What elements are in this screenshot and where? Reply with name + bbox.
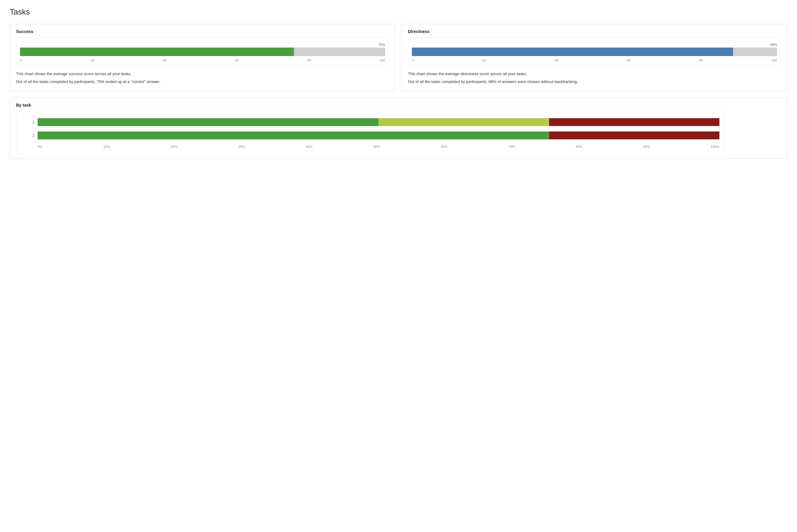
directness-desc2: Out of all the tasks completed by partic… — [408, 79, 781, 85]
directness-bar-remainder — [733, 48, 777, 56]
directness-card-title: Directness — [408, 29, 781, 34]
directness-card: Directness 88% 0 20 40 60 80 100 — [401, 24, 787, 92]
directness-chart-area: 88% 0 20 40 60 80 100 — [408, 38, 781, 66]
segment-indirect-success-1 — [379, 118, 549, 126]
segment-direct-failure-2 — [549, 132, 720, 139]
success-bar-remainder — [294, 48, 385, 56]
success-desc1: This chart shows the average success sco… — [16, 71, 389, 77]
segment-direct-failure-1 — [549, 118, 720, 126]
directness-bar-filled — [412, 48, 733, 56]
bytask-title: By task — [16, 103, 781, 108]
success-card-title: Success — [16, 29, 389, 34]
task-label-1: 1 — [29, 120, 35, 124]
success-bar-container — [20, 48, 385, 56]
directness-bar-container — [412, 48, 777, 56]
success-card: Success 75% 0 20 40 60 80 100 — [10, 24, 396, 92]
bytask-card: By task 1 2 0% — [10, 98, 787, 159]
success-bar-label: 75% — [20, 43, 385, 46]
task-row-2: 2 — [29, 132, 719, 139]
directness-desc1: This chart shows the average directness … — [408, 71, 781, 77]
segment-direct-success-2 — [38, 132, 549, 139]
directness-axis-labels: 0 20 40 60 80 100 — [412, 58, 777, 62]
bytask-wrapper: 1 2 0% 10% 20% 30% — [16, 112, 781, 154]
directness-bar-label: 88% — [412, 43, 777, 46]
success-bar-filled — [20, 48, 294, 56]
stacked-bar-1 — [38, 118, 719, 126]
stacked-bar-2 — [38, 132, 719, 139]
segment-direct-success-1 — [38, 118, 379, 126]
success-desc2: Out of all the tasks completed by partic… — [16, 79, 389, 85]
top-charts-row: Success 75% 0 20 40 60 80 100 — [10, 24, 787, 92]
bytask-inner: 1 2 0% 10% 20% 30% — [16, 112, 723, 154]
bytask-x-axis: 0% 10% 20% 30% 40% 50% 60% 70% 80% 90% 1… — [29, 145, 719, 149]
success-axis-labels: 0 20 40 60 80 100 — [20, 58, 385, 62]
page-title: Tasks — [10, 7, 787, 17]
success-chart-area: 75% 0 20 40 60 80 100 — [16, 38, 389, 66]
task-label-2: 2 — [29, 133, 35, 137]
task-row-1: 1 — [29, 118, 719, 126]
